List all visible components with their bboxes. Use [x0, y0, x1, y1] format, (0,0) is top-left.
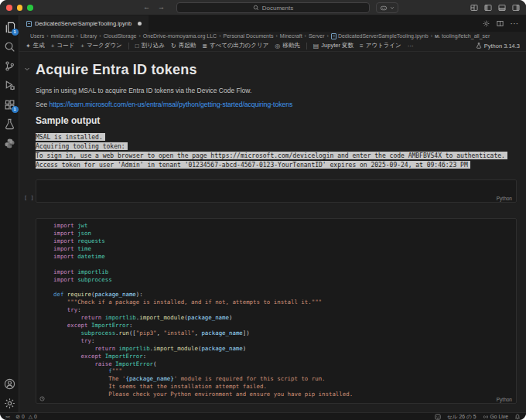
- kernel-picker[interactable]: Python 3.14.3: [476, 43, 520, 50]
- toolbar-generate[interactable]: ✦生成: [26, 42, 45, 50]
- split-editor-icon[interactable]: [497, 20, 504, 27]
- markdown-icon: M↓: [435, 34, 440, 39]
- code-line[interactable]: It seems that the installation attempt f…: [53, 383, 516, 391]
- breadcrumb-item[interactable]: Server: [309, 33, 325, 39]
- toolbar-clear-all-outputs[interactable]: ≣すべての出力のクリア: [202, 42, 268, 50]
- toggle-primary-sidebar-icon[interactable]: [484, 4, 492, 12]
- clear-all-outputs-icon: ≣: [202, 43, 207, 50]
- code-line[interactable]: [53, 283, 516, 291]
- code-line[interactable]: import importlib: [53, 268, 516, 276]
- unsaved-dot-icon[interactable]: [138, 22, 142, 26]
- maximize-window-button[interactable]: [27, 5, 33, 11]
- code-cell[interactable]: import jwtimport jsonimport requestsimpo…: [36, 218, 517, 404]
- breadcrumb-item[interactable]: Library: [80, 33, 97, 39]
- code-line[interactable]: def require(package_name):: [53, 291, 516, 299]
- more-actions-icon: ···: [408, 43, 414, 50]
- code-line[interactable]: try:: [53, 306, 516, 314]
- extensions-icon[interactable]: 1: [4, 99, 15, 111]
- customize-layout-icon[interactable]: [470, 4, 478, 12]
- code-line[interactable]: raise ImportError(: [53, 360, 516, 368]
- cell-position-indicator[interactable]: セル 26 の 5: [447, 413, 476, 420]
- cell-paragraph: Signs in using MSAL to acquire Entra ID …: [36, 87, 517, 95]
- code-line[interactable]: import time: [53, 245, 516, 253]
- command-center-search[interactable]: Documents: [176, 2, 370, 13]
- explorer-icon[interactable]: 1: [4, 22, 15, 33]
- code-editor[interactable]: import jwtimport jsonimport requestsimpo…: [53, 222, 516, 398]
- code-line[interactable]: subprocess.run(["pip3", "install", packa…: [53, 330, 516, 337]
- editor-settings-gear-icon[interactable]: [483, 20, 490, 27]
- breadcrumb-item[interactable]: OneDrive-momoyama.org LLC: [143, 33, 217, 39]
- forward-button[interactable]: →: [158, 3, 165, 12]
- minimize-window-button[interactable]: [17, 5, 23, 11]
- code-line[interactable]: except ImportError:: [53, 322, 516, 330]
- code-line[interactable]: import jwt: [53, 222, 516, 230]
- toolbar-label: 移動先: [282, 42, 300, 50]
- code-line[interactable]: import json: [53, 230, 516, 237]
- code-line[interactable]: Please check your Python environment and…: [53, 391, 516, 398]
- problems-indicator[interactable]: ⊘ 0 △ 0: [15, 414, 37, 420]
- breadcrumb-separator-icon: ›: [138, 33, 140, 39]
- search-sidebar-icon[interactable]: [4, 41, 15, 53]
- breadcrumb-item[interactable]: M↓tooling/fetch_all_ser: [435, 33, 490, 39]
- go-live-button[interactable]: Go Live: [483, 414, 508, 420]
- breadcrumb-item[interactable]: Minecraft: [280, 33, 302, 39]
- code-line[interactable]: return importlib.import_module(package_n…: [53, 314, 516, 322]
- search-text: Documents: [262, 5, 293, 12]
- tab-bar: DedicatedServerSampleTooling.ipynb ···: [19, 15, 526, 32]
- testing-icon[interactable]: [4, 118, 15, 130]
- breadcrumb-label: DedicatedServerSampleTooling.ipynb: [338, 33, 429, 39]
- breadcrumb-item[interactable]: CloudStorage: [104, 33, 137, 39]
- toolbar-label: 割り込み: [142, 42, 165, 50]
- breadcrumb-item[interactable]: DedicatedServerSampleTooling.ipynb: [331, 33, 429, 39]
- toolbar-more-actions[interactable]: ···: [408, 43, 414, 50]
- accounts-icon[interactable]: [4, 378, 15, 390]
- back-button[interactable]: ←: [143, 3, 150, 12]
- code-line[interactable]: except ImportError:: [53, 353, 516, 360]
- toolbar-add-code[interactable]: +コード: [51, 42, 75, 50]
- empty-code-cell[interactable]: [ ] Python: [36, 179, 517, 203]
- cell-language-label[interactable]: Python: [497, 397, 512, 402]
- toggle-secondary-sidebar-icon[interactable]: [512, 4, 520, 12]
- run-debug-icon[interactable]: [4, 80, 15, 91]
- notifications-bell-icon[interactable]: [514, 414, 521, 420]
- markdown-cell[interactable]: Acquire Entra ID tokens Signs in using M…: [36, 62, 517, 170]
- cell-language-label[interactable]: Python: [497, 196, 512, 201]
- breadcrumb-item[interactable]: Personal Documents: [223, 33, 273, 39]
- breadcrumb-separator-icon: ›: [275, 33, 277, 39]
- interrupt-icon: □: [135, 43, 139, 50]
- code-line[interactable]: [53, 261, 516, 268]
- code-line[interactable]: f""": [53, 367, 516, 375]
- settings-gear-icon[interactable]: [4, 398, 15, 409]
- toolbar-goto[interactable]: ◎移動先: [275, 42, 299, 50]
- code-line[interactable]: import subprocess: [53, 276, 516, 284]
- code-line[interactable]: try:: [53, 337, 516, 345]
- tab-notebook[interactable]: DedicatedServerSampleTooling.ipynb: [19, 15, 149, 32]
- toggle-panel-icon[interactable]: [498, 4, 506, 12]
- toolbar-label: 再起動: [179, 42, 196, 50]
- remote-indicator-icon[interactable]: ><: [5, 414, 9, 419]
- feedback-smiley-icon[interactable]: [435, 414, 441, 420]
- link-prefix: See: [36, 101, 50, 108]
- toolbar-restart[interactable]: ↻再起動: [171, 42, 196, 50]
- breadcrumb-item[interactable]: mniizuma: [51, 33, 74, 39]
- breadcrumb-item[interactable]: Users: [30, 33, 44, 39]
- copilot-button[interactable]: [376, 2, 398, 13]
- breadcrumb-separator-icon: ›: [46, 33, 48, 39]
- python-icon[interactable]: [4, 138, 15, 149]
- close-window-button[interactable]: [6, 5, 12, 11]
- code-line[interactable]: return importlib.import_module(package_n…: [53, 345, 516, 353]
- toolbar-outline[interactable]: ≡アウトライン: [360, 42, 401, 50]
- code-line[interactable]: import datetime: [53, 253, 516, 261]
- code-line[interactable]: import requests: [53, 237, 516, 245]
- toolbar-add-markdown[interactable]: +マークダウン: [80, 42, 122, 50]
- code-line[interactable]: The '{package_name}' module is required …: [53, 375, 516, 383]
- code-line[interactable]: """Check if a package is installed, and …: [53, 299, 516, 306]
- toolbar-interrupt[interactable]: □割り込み: [135, 42, 165, 50]
- collapse-chevron-icon[interactable]: [24, 66, 30, 72]
- extensions-badge: 1: [12, 106, 19, 113]
- toolbar-label: すべての出力のクリア: [210, 42, 268, 50]
- docs-link[interactable]: https://learn.microsoft.com/en-us/entra/…: [50, 101, 293, 108]
- source-control-icon[interactable]: [4, 60, 15, 72]
- more-actions-icon[interactable]: ···: [511, 20, 519, 27]
- toolbar-jupyter-variables[interactable]: ▤Jupyter 変数: [313, 42, 354, 50]
